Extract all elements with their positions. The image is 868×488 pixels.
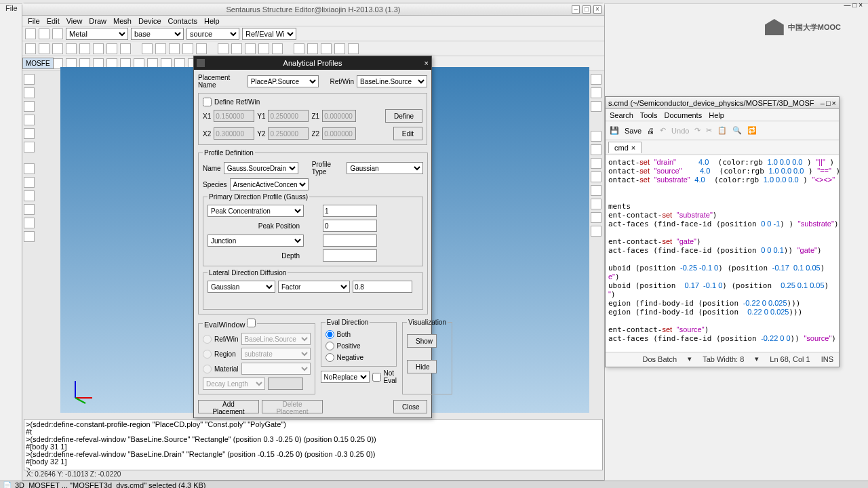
redo-icon: ↷ — [694, 126, 701, 135]
open-icon[interactable] — [39, 28, 50, 39]
left-toolbar[interactable] — [22, 71, 37, 245]
log-area[interactable]: >(sdedr:define-constant-profile-region "… — [24, 419, 603, 470]
replace-icon[interactable]: 🔁 — [747, 126, 757, 135]
ew-refwin-radio — [203, 335, 212, 344]
find-icon[interactable]: 🔍 — [732, 126, 742, 135]
visualization-group: Visualization Show Hide — [402, 319, 452, 394]
refeval-dropdown[interactable]: Ref/Eval Window — [242, 28, 296, 40]
eval-window-checkbox[interactable] — [247, 319, 256, 327]
ed-positive-radio[interactable] — [326, 342, 334, 350]
lateral-factor-select[interactable]: Factor — [278, 281, 350, 293]
minimize-button[interactable]: – — [572, 5, 580, 14]
peak-conc-select[interactable]: Peak Concentration — [208, 205, 304, 217]
ew-material-radio — [203, 365, 212, 373]
axis-widget — [68, 378, 96, 405]
y2-field — [268, 127, 309, 140]
profile-name-select[interactable]: Gauss.SourceDrain — [224, 162, 298, 174]
show-button[interactable]: Show — [407, 334, 437, 348]
define-refwin-checkbox[interactable] — [203, 98, 212, 106]
eval-window-group: EvalWindow Ref/WinBaseLine.Source Region… — [198, 319, 315, 394]
editor-tabs[interactable]: cmd× — [606, 140, 839, 155]
svg-line-2 — [75, 398, 85, 403]
dialog-icon — [197, 59, 205, 67]
editor-statusbar: Dos Batch▾ Tab Width: 8▾ Ln 68, Col 1 IN… — [606, 352, 839, 365]
mooc-watermark: 中国大学MOOC — [765, 19, 841, 35]
dialog-close-icon[interactable]: × — [425, 59, 429, 67]
hide-button[interactable]: Hide — [407, 360, 437, 373]
junction-field[interactable] — [323, 235, 377, 247]
ew-refwin-select: BaseLine.Source — [241, 333, 311, 345]
taskbar[interactable]: 📄3D_MOSFET ... "MOSFET3d_dvs.cmd" select… — [0, 481, 868, 488]
noreplace-select[interactable]: NoReplace — [321, 371, 370, 383]
maximize-button[interactable]: □ — [583, 5, 591, 14]
ed-both-radio[interactable] — [326, 330, 334, 339]
z1-field — [322, 110, 356, 122]
status-bar: X: 0.2646 Y: -0.1013 Z: -0.0220 — [24, 470, 603, 480]
delete-placement-button: Delete Placement — [262, 400, 323, 413]
editor-tab-cmd[interactable]: cmd× — [608, 142, 642, 153]
new-icon[interactable] — [25, 28, 36, 39]
main-titlebar: Sentaurus Structure Editor@lixiaojin H-2… — [22, 3, 604, 16]
select-icon[interactable] — [25, 43, 36, 54]
mooc-icon — [765, 19, 784, 35]
dialog-titlebar: Analytical Profiles × — [194, 56, 431, 70]
zoom-icon[interactable] — [24, 163, 35, 174]
right-toolbar[interactable] — [589, 71, 604, 239]
y1-field — [268, 110, 309, 122]
lateral-value-field[interactable] — [353, 281, 412, 293]
not-eval-checkbox[interactable] — [372, 373, 381, 382]
primary-direction-group: Primary Direction Profile (Gauss) Peak C… — [203, 193, 423, 266]
mosfet-tag: MOSFE — [22, 58, 54, 69]
main-title: Sentaurus Structure Editor@lixiaojin H-2… — [226, 5, 401, 14]
print-icon[interactable]: 🖨 — [647, 127, 654, 135]
peak-pos-field[interactable] — [323, 220, 377, 232]
close-dialog-button[interactable]: Close — [393, 400, 427, 413]
undo-icon: ↶ — [660, 126, 666, 135]
x2-field — [214, 127, 254, 140]
cut-icon: ✂ — [706, 126, 712, 135]
refwin-select[interactable]: BaseLine.Source — [357, 75, 427, 87]
placement-name-select[interactable]: PlaceAP.Source — [248, 75, 319, 87]
editor-close-icon[interactable]: × — [832, 99, 836, 107]
editor-minimize-icon[interactable]: – — [821, 99, 825, 107]
z2-field — [322, 127, 356, 140]
editor-content[interactable]: ontact-set "drain" 4.0 (color:rgb 1.0 0.… — [606, 155, 839, 352]
refwin-coords-group: Define Ref/Win X1 Y1 Z1 Define X2 Y2 Z2 … — [198, 93, 427, 145]
ed-negative-radio[interactable] — [326, 353, 334, 362]
editor-toolbar[interactable]: 💾Save 🖨 ↶Undo ↷ ✂ 📋 🔍 🔁 — [606, 121, 839, 140]
material-dropdown[interactable]: Metal — [66, 28, 128, 40]
eval-direction-group: Eval Direction Both Positive Negative — [321, 319, 397, 367]
text-editor-window: s.cmd (~/Semiconductor_device_physics/MO… — [605, 96, 840, 367]
save-icon[interactable]: 💾 — [610, 126, 619, 135]
editor-menubar[interactable]: SearchToolsDocumentsHelp — [606, 109, 839, 121]
species-select[interactable]: ArsenicActiveConcentration — [230, 178, 309, 190]
ew-region-radio — [203, 350, 212, 359]
profile-type-select[interactable]: Gaussian — [347, 162, 423, 174]
x1-field — [214, 110, 254, 122]
source-dropdown[interactable]: source — [186, 28, 239, 40]
editor-titlebar: s.cmd (~/Semiconductor_device_physics/MO… — [606, 97, 839, 109]
add-placement-button[interactable]: Add Placement — [198, 400, 259, 413]
menubar[interactable]: FileEditViewDrawMeshDeviceContactsHelp — [22, 16, 604, 26]
junction-select[interactable]: Junction — [208, 235, 304, 247]
depth-field[interactable] — [323, 249, 377, 262]
ew-region-select: substrate — [241, 348, 311, 360]
close-button[interactable]: × — [593, 5, 601, 14]
save-icon[interactable] — [52, 28, 63, 39]
tab-close-icon[interactable]: × — [631, 144, 635, 152]
arrow-icon[interactable] — [24, 74, 35, 85]
peak-conc-field[interactable] — [323, 205, 377, 217]
lateral-diffusion-group: Lateral Direction Diffusion Gaussian Fac… — [203, 269, 423, 310]
save-label[interactable]: Save — [625, 127, 642, 135]
toolbar-1[interactable]: Metal base source Ref/Eval Window — [22, 26, 604, 41]
lateral-type-select[interactable]: Gaussian — [208, 281, 275, 293]
toolbar-2[interactable] — [22, 41, 604, 56]
os-window-controls[interactable]: — □ × — [844, 1, 863, 9]
svg-rect-3 — [197, 59, 205, 67]
edit-button[interactable]: Edit — [393, 127, 422, 140]
define-button[interactable]: Define — [385, 109, 422, 123]
base-dropdown[interactable]: base — [131, 28, 184, 40]
decay-length-select: Decay Length — [203, 378, 265, 390]
paste-icon[interactable]: 📋 — [717, 126, 727, 135]
editor-maximize-icon[interactable]: □ — [826, 99, 831, 107]
